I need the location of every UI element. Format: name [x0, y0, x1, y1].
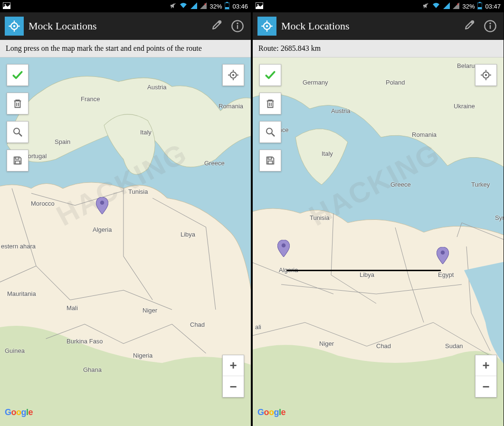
phone-right: x 32% 03:47 Mock Locations Route: 2685.8…	[253, 0, 504, 426]
hint-bar: Long press on the map mark the start and…	[0, 40, 251, 57]
svg-rect-24	[15, 161, 19, 164]
battery-text: 32%	[462, 3, 475, 10]
settings-button[interactable]	[460, 18, 477, 35]
zoom-in-button[interactable]: +	[475, 355, 496, 376]
wifi-icon	[179, 2, 188, 10]
zoom-control: + −	[475, 355, 497, 398]
zoom-in-button[interactable]: +	[223, 355, 244, 376]
google-logo: Google	[5, 407, 33, 417]
signal-x-icon: x	[453, 2, 459, 10]
picture-icon	[3, 2, 10, 10]
svg-rect-6	[225, 7, 229, 9]
save-button[interactable]	[7, 150, 29, 171]
clock-text: 03:47	[485, 3, 501, 10]
info-button[interactable]	[229, 18, 246, 35]
svg-text:x: x	[204, 2, 206, 6]
mute-icon	[170, 2, 176, 10]
google-logo: Google	[257, 407, 285, 417]
route-line	[286, 270, 441, 271]
delete-button[interactable]	[7, 93, 29, 114]
picture-icon	[256, 2, 263, 10]
svg-rect-23	[15, 157, 19, 160]
svg-text:x: x	[457, 2, 459, 6]
wifi-icon	[432, 2, 440, 10]
map-area[interactable]: HACKING BelarusGermanyPolandUkraineFranc…	[253, 57, 504, 426]
hint-bar: Route: 2685.843 km	[253, 40, 504, 57]
svg-point-58	[485, 74, 487, 76]
zoom-control: + −	[222, 355, 244, 398]
signal-x-icon: x	[200, 2, 207, 10]
signal-icon	[190, 2, 197, 10]
map-button-column	[7, 64, 29, 171]
svg-line-22	[19, 133, 22, 136]
my-location-button[interactable]	[475, 64, 497, 86]
svg-point-39	[266, 25, 268, 28]
map-area[interactable]: HACKING FranceAustriaRomaniaSpainItalyGr…	[0, 57, 251, 426]
svg-point-15	[237, 22, 238, 24]
battery-icon	[225, 2, 229, 11]
zoom-out-button[interactable]: −	[475, 376, 496, 397]
mute-icon	[422, 2, 429, 10]
svg-rect-16	[237, 25, 238, 29]
app-bar: Mock Locations	[253, 12, 504, 40]
confirm-button[interactable]	[7, 64, 29, 86]
confirm-button[interactable]	[259, 64, 281, 86]
save-button[interactable]	[259, 150, 281, 171]
svg-point-21	[14, 128, 19, 134]
svg-rect-47	[490, 25, 491, 29]
svg-rect-56	[268, 161, 272, 164]
svg-rect-37	[478, 7, 482, 9]
battery-icon	[477, 2, 482, 11]
status-bar: x 32% 03:46	[0, 0, 251, 12]
search-button[interactable]	[259, 121, 281, 143]
svg-rect-55	[268, 157, 271, 160]
map-button-column	[259, 64, 281, 171]
delete-button[interactable]	[259, 93, 281, 114]
svg-point-8	[13, 25, 16, 28]
battery-text: 32%	[209, 3, 222, 10]
app-icon	[5, 17, 24, 36]
search-button[interactable]	[7, 121, 29, 143]
app-bar: Mock Locations	[0, 12, 251, 40]
phone-left: x 32% 03:46 Mock Locations Long press on…	[0, 0, 251, 426]
svg-point-53	[266, 128, 272, 134]
svg-point-26	[232, 74, 234, 76]
signal-icon	[443, 2, 450, 10]
my-location-button[interactable]	[222, 64, 244, 86]
clock-text: 03:46	[232, 3, 248, 10]
map-background	[0, 57, 251, 426]
svg-line-54	[272, 133, 275, 136]
map-background	[253, 57, 504, 426]
zoom-out-button[interactable]: −	[223, 376, 244, 397]
info-button[interactable]	[482, 18, 499, 35]
svg-point-46	[489, 22, 491, 24]
settings-button[interactable]	[207, 18, 224, 35]
status-bar: x 32% 03:47	[253, 0, 504, 12]
app-icon	[257, 17, 276, 36]
app-title: Mock Locations	[281, 20, 455, 32]
app-title: Mock Locations	[29, 20, 202, 32]
